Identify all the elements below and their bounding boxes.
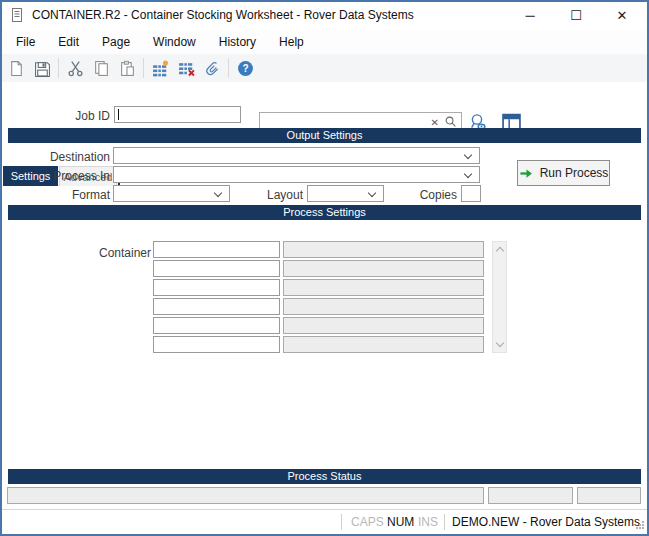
window-document-icon (9, 7, 25, 23)
chevron-down-icon (464, 151, 472, 159)
destination-dropdown[interactable] (113, 147, 480, 164)
container-scrollbar[interactable] (492, 241, 507, 353)
container-detail-2 (283, 260, 484, 277)
new-document-icon[interactable] (3, 56, 29, 80)
toolbar-separator (58, 58, 59, 78)
destination-label: Destination (0, 150, 110, 164)
run-process-button[interactable]: Run Process (517, 160, 610, 186)
process-settings-header: Process Settings (8, 205, 641, 220)
job-id-label: Job ID (0, 109, 110, 123)
container-detail-1 (283, 241, 484, 258)
delete-rows-icon[interactable] (173, 56, 199, 80)
process-status-field-1 (7, 487, 484, 504)
container-input-3[interactable] (153, 279, 280, 296)
layout-label: Layout (233, 188, 303, 202)
container-input-6[interactable] (153, 336, 280, 353)
close-button[interactable]: ✕ (599, 0, 645, 30)
container-detail-6 (283, 336, 484, 353)
status-bar: CAPS NUM INS DEMO.NEW - Rover Data Syste… (0, 509, 649, 534)
toolbar: ? ✕ (0, 54, 649, 82)
tab-strip: Settings Advanced (0, 82, 649, 106)
toolbar-separator (228, 58, 229, 78)
cut-icon[interactable] (62, 56, 88, 80)
copies-label: Copies (385, 188, 457, 202)
save-icon[interactable] (29, 56, 55, 80)
toolbar-icons: ? (3, 54, 258, 82)
chevron-down-icon (464, 170, 472, 178)
app-window: CONTAINER.R2 - Container Stocking Worksh… (0, 0, 649, 536)
scroll-down-icon[interactable] (496, 339, 504, 347)
window-controls: ─ ☐ ✕ (507, 0, 645, 30)
menu-file[interactable]: File (13, 33, 38, 51)
container-input-5[interactable] (153, 317, 280, 334)
menu-page[interactable]: Page (99, 33, 133, 51)
process-in-label: Process In (0, 169, 110, 183)
container-label: Container (41, 246, 151, 260)
copy-icon[interactable] (88, 56, 114, 80)
chevron-down-icon (214, 189, 222, 197)
container-detail-3 (283, 279, 484, 296)
copies-input[interactable] (461, 185, 481, 202)
container-input-4[interactable] (153, 298, 280, 315)
clear-search-icon[interactable]: ✕ (427, 117, 443, 128)
text-caret (118, 109, 119, 120)
process-status-field-3 (577, 487, 641, 504)
scroll-up-icon[interactable] (496, 247, 504, 255)
attachment-icon[interactable] (199, 56, 225, 80)
process-status-header: Process Status (8, 469, 641, 484)
format-label: Format (0, 188, 110, 202)
window-title: CONTAINER.R2 - Container Stocking Worksh… (32, 0, 414, 30)
maximize-button[interactable]: ☐ (553, 0, 599, 30)
menu-edit[interactable]: Edit (55, 33, 82, 51)
container-detail-4 (283, 298, 484, 315)
layout-dropdown[interactable] (307, 185, 384, 202)
container-input-2[interactable] (153, 260, 280, 277)
process-status-field-2 (488, 487, 573, 504)
caps-indicator: CAPS (351, 510, 384, 534)
svg-text:?: ? (242, 63, 248, 74)
statusbar-separator (341, 514, 342, 530)
help-icon[interactable]: ? (232, 56, 258, 80)
insert-rows-icon[interactable] (147, 56, 173, 80)
chevron-down-icon (368, 189, 376, 197)
menu-help[interactable]: Help (276, 33, 307, 51)
paste-icon[interactable] (114, 56, 140, 80)
session-label: DEMO.NEW - Rover Data Systems (452, 510, 640, 534)
statusbar-separator (444, 514, 445, 530)
menu-history[interactable]: History (216, 33, 259, 51)
ins-indicator: INS (418, 510, 438, 534)
job-id-input[interactable] (114, 106, 241, 123)
menu-window[interactable]: Window (150, 33, 199, 51)
minimize-button[interactable]: ─ (507, 0, 553, 30)
output-settings-header: Output Settings (8, 128, 641, 143)
container-detail-5 (283, 317, 484, 334)
toolbar-separator (143, 58, 144, 78)
resize-grip[interactable] (636, 521, 645, 530)
run-process-label: Run Process (540, 166, 609, 180)
container-input-1[interactable] (153, 241, 280, 258)
format-dropdown[interactable] (113, 185, 230, 202)
process-in-dropdown[interactable] (113, 166, 480, 183)
run-arrow-icon (519, 166, 534, 181)
title-bar: CONTAINER.R2 - Container Stocking Worksh… (0, 0, 649, 30)
menu-bar: File Edit Page Window History Help (0, 30, 649, 54)
num-indicator: NUM (387, 510, 414, 534)
